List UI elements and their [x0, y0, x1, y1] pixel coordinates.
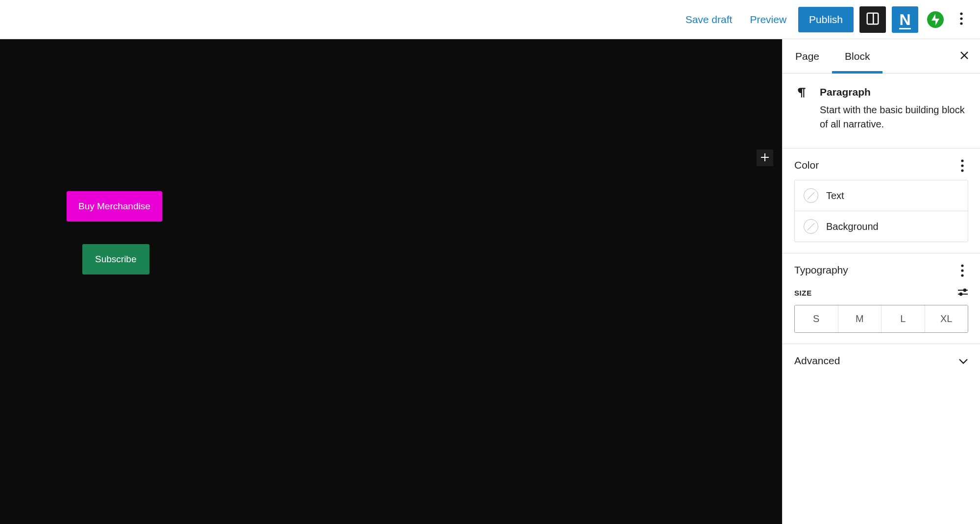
- tab-block[interactable]: Block: [832, 39, 882, 73]
- background-color-item[interactable]: Background: [795, 211, 968, 242]
- paragraph-icon: [795, 86, 811, 131]
- settings-sidebar: Page Block Paragraph Start with the basi…: [782, 39, 980, 524]
- editor-canvas[interactable]: Buy Merchandise Subscribe: [0, 39, 782, 524]
- svg-marker-3: [935, 19, 939, 25]
- jetpack-icon: [927, 11, 944, 28]
- save-draft-button[interactable]: Save draft: [680, 10, 738, 29]
- tab-page[interactable]: Page: [783, 39, 832, 73]
- settings-panel-toggle[interactable]: [859, 6, 886, 33]
- svg-point-11: [961, 159, 963, 162]
- empty-swatch-icon: [804, 188, 818, 203]
- color-section: Color Text Background: [783, 149, 980, 253]
- svg-point-20: [960, 293, 962, 296]
- svg-point-13: [961, 169, 963, 172]
- chevron-down-icon: [958, 355, 968, 367]
- text-color-label: Text: [826, 190, 844, 201]
- add-block-button[interactable]: [757, 150, 773, 166]
- publish-button[interactable]: Publish: [798, 7, 854, 32]
- typography-section-title: Typography: [794, 264, 848, 276]
- block-info: Paragraph Start with the basic building …: [783, 74, 980, 149]
- svg-point-5: [960, 17, 962, 20]
- color-section-title: Color: [794, 159, 819, 171]
- size-l-button[interactable]: L: [881, 305, 925, 332]
- advanced-title: Advanced: [794, 355, 840, 367]
- close-icon: [959, 50, 969, 62]
- svg-point-15: [961, 269, 963, 272]
- size-s-button[interactable]: S: [795, 305, 838, 332]
- kebab-icon: [960, 12, 963, 26]
- editor-toolbar: Save draft Preview Publish N: [0, 0, 980, 39]
- n-icon: N: [899, 12, 910, 27]
- size-label: SIZE: [794, 289, 812, 297]
- size-custom-toggle[interactable]: [957, 288, 968, 298]
- typography-section: Typography SIZE S M L XL: [783, 253, 980, 344]
- subscribe-button[interactable]: Subscribe: [82, 244, 149, 274]
- svg-point-4: [960, 12, 962, 15]
- block-description: Start with the basic building block of a…: [820, 103, 968, 131]
- svg-marker-2: [931, 14, 935, 21]
- size-buttons: S M L XL: [794, 305, 968, 333]
- buy-merchandise-button[interactable]: Buy Merchandise: [67, 191, 162, 222]
- plus-icon: [760, 153, 769, 163]
- more-options-button[interactable]: [953, 6, 970, 33]
- main-area: Buy Merchandise Subscribe Page Block: [0, 39, 980, 524]
- kebab-icon: [961, 271, 964, 278]
- jetpack-button[interactable]: [924, 6, 947, 33]
- svg-point-14: [961, 264, 963, 267]
- sidebar-tabs: Page Block: [783, 39, 980, 74]
- kebab-icon: [961, 166, 964, 174]
- preview-button[interactable]: Preview: [744, 10, 792, 29]
- advanced-section-toggle[interactable]: Advanced: [783, 344, 980, 377]
- empty-swatch-icon: [804, 219, 818, 234]
- size-xl-button[interactable]: XL: [925, 305, 968, 332]
- panel-icon: [865, 11, 880, 27]
- size-m-button[interactable]: M: [838, 305, 882, 332]
- canvas-content: Buy Merchandise Subscribe: [0, 39, 782, 524]
- text-color-item[interactable]: Text: [795, 180, 968, 211]
- color-list: Text Background: [794, 180, 968, 242]
- svg-point-6: [960, 22, 962, 25]
- block-title: Paragraph: [820, 86, 968, 98]
- close-sidebar-button[interactable]: [954, 46, 975, 67]
- svg-point-18: [964, 289, 966, 292]
- svg-point-16: [961, 274, 963, 276]
- sliders-icon: [957, 291, 968, 298]
- svg-point-12: [961, 164, 963, 167]
- color-section-options[interactable]: [956, 159, 968, 171]
- typography-section-options[interactable]: [956, 264, 968, 276]
- newspack-button[interactable]: N: [892, 6, 918, 33]
- background-color-label: Background: [826, 221, 879, 232]
